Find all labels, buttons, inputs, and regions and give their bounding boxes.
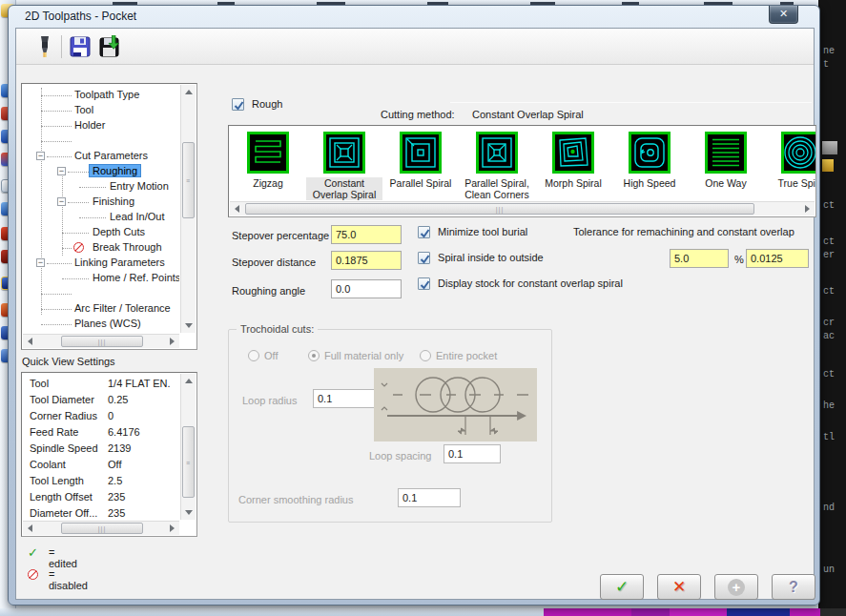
zigzag-icon <box>247 132 289 174</box>
tool-settings-icon[interactable] <box>33 35 56 58</box>
loop-radius-label: Loop radius <box>242 395 298 406</box>
parameter-tree: Toolpath Type Tool Holder −Cut Parameter… <box>21 83 197 350</box>
tree-item-holder[interactable]: Holder <box>24 118 179 133</box>
cutting-method-value: Constant Overlap Spiral <box>472 109 584 120</box>
method-one-way[interactable]: One Way <box>688 132 764 189</box>
clipped-text: ct <box>823 286 835 297</box>
tree-item-finishing[interactable]: −Finishing <box>24 195 179 210</box>
disabled-icon <box>73 242 84 253</box>
tolerance-label: Tolerance for remachining and constant o… <box>573 226 794 237</box>
trochoidal-entire-pocket-radio[interactable]: Entire pocket <box>420 350 497 361</box>
clipped-icon <box>822 159 834 172</box>
clipped-text: ac <box>823 331 835 341</box>
dialog-titlebar[interactable]: 2D Toolpaths - Pocket <box>9 6 819 28</box>
tolerance-percent-input[interactable]: 5.0 <box>670 249 729 268</box>
method-parallel-spiral[interactable]: Parallel Spiral <box>382 132 459 189</box>
tree-item-entry-motion[interactable]: Entry Motion <box>24 179 179 195</box>
tree-horizontal-scrollbar[interactable]: ||| <box>23 334 179 348</box>
tree-item-depth-cuts[interactable]: Depth Cuts <box>24 225 179 240</box>
corner-smoothing-radius-input[interactable]: 0.1 <box>398 488 461 507</box>
save-parameters-icon[interactable] <box>69 35 92 58</box>
clipped-text: ct <box>823 369 835 380</box>
dialog-2d-toolpaths-pocket: 2D Toolpaths - Pocket ✕ <box>8 5 820 606</box>
morph-spiral-icon <box>552 132 594 174</box>
stepover-percentage-label: Stepover percentage <box>232 230 329 241</box>
legend-disabled: = disabled <box>28 567 38 583</box>
cancel-button[interactable]: ✕ <box>657 574 701 600</box>
dialog-toolbar <box>16 29 814 65</box>
legend-edited: ✓ = edited <box>28 545 38 561</box>
qvs-horizontal-scrollbar[interactable]: ||| <box>23 521 179 535</box>
add-button[interactable]: + <box>714 574 758 600</box>
tree-item-planes-wcs[interactable]: Planes (WCS) <box>24 317 179 332</box>
tree-item-toolpath-type[interactable]: Toolpath Type <box>24 88 179 103</box>
tree-item-linking-parameters[interactable]: −Linking Parameters <box>24 256 179 271</box>
tree-item-arc-filter-tolerance[interactable]: Arc Filter / Tolerance <box>24 301 179 317</box>
cancel-icon: ✕ <box>672 578 686 596</box>
qvs-row-feed-rate: Feed Rate6.4176 <box>26 425 179 441</box>
tree-vertical-scrollbar[interactable]: ≡ <box>180 85 196 333</box>
scrollbar-thumb[interactable]: ||| <box>61 336 143 347</box>
method-morph-spiral[interactable]: Morph Spiral <box>535 132 611 189</box>
corner-smoothing-radius-label: Corner smoothing radius <box>238 494 353 505</box>
ok-button[interactable]: ✓ <box>600 574 644 600</box>
save-as-defaults-icon[interactable] <box>98 35 121 58</box>
trochoidal-off-radio[interactable]: Off <box>248 350 278 361</box>
toolbar-separator <box>61 35 62 58</box>
quick-view-settings-title: Quick View Settings <box>22 356 115 367</box>
method-true-spiral[interactable]: True Spiral <box>764 132 816 189</box>
parallel-spiral-clean-corners-icon <box>476 132 518 174</box>
clipped-text: er <box>823 250 835 260</box>
stepover-percentage-input[interactable]: 75.0 <box>331 225 402 244</box>
display-stock-checkbox[interactable]: Display stock for constant overlap spira… <box>418 277 623 293</box>
scrollbar-thumb[interactable]: ||| <box>61 523 143 534</box>
help-button[interactable]: ? <box>772 574 815 600</box>
tree-item-home-ref-points[interactable]: Home / Ref. Points <box>24 271 179 286</box>
tree-item-break-through[interactable]: Break Through <box>24 240 179 256</box>
tree-item-tool[interactable]: Tool <box>24 103 179 118</box>
strip-horizontal-scrollbar[interactable]: ||| <box>230 201 815 216</box>
clipped-text: ne <box>823 46 835 56</box>
qvs-vertical-scrollbar[interactable]: ≡ <box>180 374 196 520</box>
close-button[interactable]: ✕ <box>769 6 798 24</box>
tolerance-distance-input[interactable]: 0.0125 <box>746 249 809 268</box>
method-zigzag[interactable]: Zigzag <box>230 132 306 189</box>
clipped-icon <box>822 141 837 154</box>
loop-spacing-label: Loop spacing <box>369 450 431 462</box>
tree-item-cut-parameters[interactable]: −Cut Parameters <box>24 149 179 164</box>
stepover-distance-input[interactable]: 0.1875 <box>331 251 402 270</box>
scrollbar-thumb[interactable]: ≡ <box>182 426 195 498</box>
method-high-speed[interactable]: High Speed <box>611 132 688 189</box>
collapse-icon[interactable]: − <box>57 197 66 206</box>
parallel-spiral-icon <box>400 132 442 174</box>
collapse-icon[interactable]: − <box>36 258 45 267</box>
method-parallel-spiral-clean-corners[interactable]: Parallel Spiral, Clean Corners <box>459 132 535 200</box>
tree-item-lead-in-out[interactable]: Lead In/Out <box>24 210 179 225</box>
stepover-distance-label: Stepover distance <box>232 257 316 268</box>
roughing-angle-input[interactable]: 0.0 <box>331 279 402 298</box>
scrollbar-thumb[interactable]: ≡ <box>182 142 195 218</box>
trochoidal-full-material-radio[interactable]: Full material only <box>308 350 403 361</box>
minimize-tool-burial-checkbox[interactable]: Minimize tool burial <box>418 226 527 241</box>
method-constant-overlap-spiral[interactable]: Constant Overlap Spiral <box>306 132 382 200</box>
tree-item-blank <box>24 286 179 301</box>
dialog-client-area: Toolpath Type Tool Holder −Cut Parameter… <box>15 28 815 600</box>
trochoidal-cuts-group: Trochoidal cuts: Off Full material only … <box>228 329 552 523</box>
trochoidal-cuts-title: Trochoidal cuts: <box>237 323 318 335</box>
true-spiral-icon <box>781 132 816 174</box>
background-app-right-panel: ne t ct ct er ct cr ac ct he tl nd un <box>818 0 846 616</box>
loop-spacing-input[interactable]: 0.1 <box>444 444 501 463</box>
spiral-inside-to-outside-checkbox[interactable]: Spiral inside to outside <box>418 252 544 267</box>
collapse-icon[interactable]: − <box>36 152 45 160</box>
tree-item-roughing[interactable]: −Roughing <box>24 164 179 179</box>
separator-line <box>450 102 812 103</box>
collapse-icon[interactable]: − <box>57 167 66 175</box>
help-icon: ? <box>789 579 798 595</box>
scrollbar-thumb[interactable]: ||| <box>245 203 754 215</box>
loop-radius-input[interactable]: 0.1 <box>313 389 376 408</box>
close-icon: ✕ <box>779 8 788 19</box>
background-app-status-strip <box>0 608 846 616</box>
tree-rows: Toolpath Type Tool Holder −Cut Parameter… <box>24 88 179 333</box>
rough-checkbox[interactable]: Rough <box>232 98 282 113</box>
roughing-angle-label: Roughing angle <box>232 285 305 297</box>
